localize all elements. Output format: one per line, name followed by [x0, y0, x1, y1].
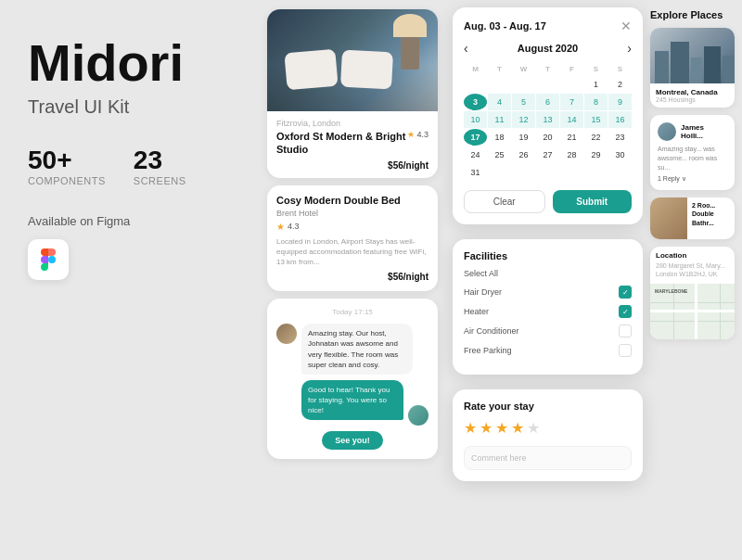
cal-day — [488, 76, 511, 93]
cal-day[interactable]: 11 — [488, 111, 511, 128]
facility-checkbox[interactable] — [619, 286, 632, 299]
cal-day[interactable]: 15 — [584, 111, 608, 128]
reply-link[interactable]: 1 Reply ∨ — [658, 175, 727, 183]
review-text: Amazing stay... was awsome... room was s… — [658, 145, 727, 172]
room-mini-card[interactable]: 2 Roo...DoubleBathr... — [650, 197, 735, 239]
cal-day[interactable]: 24 — [464, 146, 487, 163]
close-icon[interactable]: ✕ — [620, 19, 632, 33]
place-name-montreal: Montreal, Canada — [656, 88, 729, 96]
chat-time: Today 17:15 — [276, 308, 429, 316]
cal-day[interactable]: 14 — [560, 111, 583, 128]
chat-msg-left: Amazing stay. Our host, Johnatan was aws… — [276, 324, 429, 375]
submit-button[interactable]: Submit — [553, 190, 633, 213]
facility-label: Free Parking — [464, 346, 512, 355]
cal-day[interactable]: 26 — [512, 146, 535, 163]
facility-checkbox[interactable] — [619, 305, 632, 318]
location-card[interactable]: Location 280 Margaret St, Mary...London … — [650, 247, 735, 338]
cal-day[interactable]: 10 — [464, 111, 487, 128]
place-image-montreal — [650, 28, 735, 83]
cal-day[interactable]: 28 — [560, 146, 583, 163]
cal-day[interactable]: 29 — [584, 146, 608, 163]
cal-day — [464, 76, 487, 93]
cal-day[interactable]: 6 — [536, 94, 559, 110]
hotel-location-1: Fitzrovia, London — [276, 119, 429, 128]
cal-day[interactable]: 13 — [536, 111, 559, 128]
hotel-price-2: $56/night — [276, 272, 429, 282]
cal-day[interactable]: 25 — [488, 146, 511, 163]
cal-day-header: S — [608, 63, 632, 75]
room-mini-name: 2 Roo...DoubleBathr... — [692, 201, 715, 226]
next-month-icon[interactable]: › — [627, 41, 632, 56]
cal-day-header: M — [464, 63, 487, 75]
room-mini-info: 2 Roo...DoubleBathr... — [687, 197, 720, 239]
cal-day[interactable]: 9 — [608, 94, 632, 110]
rate-star-2[interactable]: ★ — [480, 419, 493, 437]
calendar-nav: ‹ August 2020 › — [464, 41, 632, 56]
reviewer-name: James Holli... — [681, 123, 727, 140]
cal-day[interactable]: 31 — [464, 164, 487, 181]
rate-stars: ★★★★★ — [464, 419, 632, 437]
select-all[interactable]: Select All — [464, 269, 632, 278]
rate-star-5[interactable]: ★ — [527, 419, 540, 437]
facility-item: Hair Dryer — [464, 286, 632, 299]
stat-screens: 23 SCREENS — [134, 146, 186, 186]
cal-day[interactable]: 27 — [536, 146, 559, 163]
cal-day — [560, 76, 583, 93]
cal-day[interactable]: 22 — [584, 129, 608, 146]
rate-star-3[interactable]: ★ — [495, 419, 508, 437]
facility-item: Free Parking — [464, 344, 632, 357]
hotel-card-1[interactable]: Fitzrovia, London Oxford St Modern & Bri… — [267, 9, 438, 178]
stat-number-components: 50+ — [28, 146, 106, 175]
cal-day[interactable]: 20 — [536, 129, 559, 146]
cal-day[interactable]: 3 — [464, 94, 487, 110]
cal-day-header: F — [560, 63, 583, 75]
hotel-name-1: Oxford St Modern & Bright Studio — [276, 130, 407, 157]
rate-star-4[interactable]: ★ — [511, 419, 524, 437]
cal-day[interactable]: 4 — [488, 94, 511, 110]
cal-day[interactable]: 23 — [608, 129, 632, 146]
cal-day[interactable]: 16 — [608, 111, 632, 128]
cal-day[interactable]: 12 — [512, 111, 535, 128]
comment-input[interactable]: Comment here — [464, 446, 632, 470]
chat-bubble-right: Good to hear! Thank you for staying. You… — [301, 380, 403, 421]
cal-day[interactable]: 30 — [608, 146, 632, 163]
cal-day[interactable]: 8 — [584, 94, 608, 110]
clear-button[interactable]: Clear — [464, 190, 545, 213]
stats-row: 50+ COMPONENTS 23 SCREENS — [28, 146, 232, 186]
facility-checkbox[interactable] — [619, 325, 632, 337]
location-info: Location 280 Margaret St, Mary...London … — [650, 247, 735, 283]
facility-label: Heater — [464, 307, 489, 316]
stat-label-screens: SCREENS — [134, 175, 186, 186]
calendar-month: August 2020 — [518, 43, 578, 54]
calendar-panel: Aug. 03 - Aug. 17 ✕ ‹ August 2020 › MTWT… — [453, 7, 643, 224]
place-info-montreal: Montreal, Canada 245 Housings — [650, 83, 735, 108]
hotel-card-body-2: Cosy Modern Double Bed Brent Hotel ★ 4.3… — [267, 185, 438, 292]
calendar-grid: MTWTFSS123456789101112131415161718192021… — [464, 63, 632, 181]
facility-checkbox[interactable] — [619, 344, 632, 357]
cal-day[interactable]: 5 — [512, 94, 535, 110]
cal-day — [512, 76, 535, 93]
cal-day[interactable]: 7 — [560, 94, 583, 110]
stars-row-2: ★ 4.3 — [276, 222, 429, 232]
location-address: 280 Margaret St, Mary...London W1B2HJ, U… — [656, 261, 729, 278]
stat-label-components: COMPONENTS — [28, 175, 106, 186]
cal-day[interactable]: 21 — [560, 129, 583, 146]
cal-day[interactable]: 1 — [584, 76, 608, 93]
cal-day[interactable]: 18 — [488, 129, 511, 146]
right-panel: Explore Places Montreal, Canada 245 Hous… — [643, 0, 742, 560]
cal-day[interactable]: 17 — [464, 129, 487, 146]
cal-day[interactable]: 2 — [608, 76, 632, 93]
cal-day-header: T — [488, 63, 511, 75]
stat-components: 50+ COMPONENTS — [28, 146, 106, 186]
see-you-button[interactable]: See you! — [322, 431, 383, 450]
rate-title: Rate your stay — [464, 401, 632, 412]
prev-month-icon[interactable]: ‹ — [464, 41, 468, 56]
hotel-price-1: $56/night — [276, 160, 429, 171]
hotel-card-2[interactable]: Cosy Modern Double Bed Brent Hotel ★ 4.3… — [267, 185, 438, 292]
hotel-card-body-1: Fitzrovia, London Oxford St Modern & Bri… — [267, 111, 438, 178]
chat-avatar-left — [276, 324, 297, 344]
cal-day[interactable]: 19 — [512, 129, 535, 146]
room-mini-image — [650, 197, 687, 239]
place-card-montreal[interactable]: Montreal, Canada 245 Housings — [650, 28, 735, 108]
rate-star-1[interactable]: ★ — [464, 419, 477, 437]
